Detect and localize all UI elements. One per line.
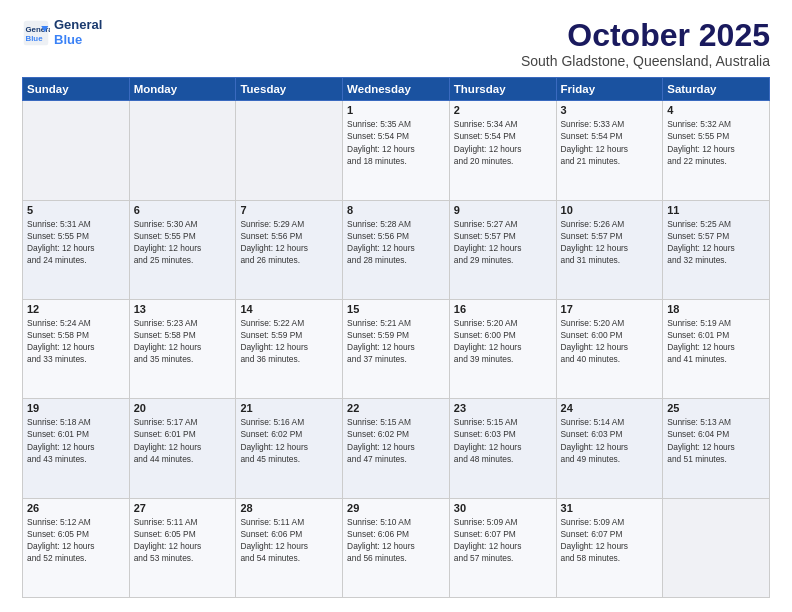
day-info: Sunrise: 5:33 AM Sunset: 5:54 PM Dayligh… xyxy=(561,118,659,167)
day-number: 15 xyxy=(347,303,445,315)
calendar-cell: 29Sunrise: 5:10 AM Sunset: 6:06 PM Dayli… xyxy=(343,498,450,597)
day-info: Sunrise: 5:10 AM Sunset: 6:06 PM Dayligh… xyxy=(347,516,445,565)
day-info: Sunrise: 5:25 AM Sunset: 5:57 PM Dayligh… xyxy=(667,218,765,267)
day-number: 1 xyxy=(347,104,445,116)
day-number: 20 xyxy=(134,402,232,414)
calendar-cell: 23Sunrise: 5:15 AM Sunset: 6:03 PM Dayli… xyxy=(449,399,556,498)
calendar-header-row: Sunday Monday Tuesday Wednesday Thursday… xyxy=(23,78,770,101)
calendar-cell xyxy=(129,101,236,200)
logo-icon: General Blue xyxy=(22,19,50,47)
calendar-cell: 26Sunrise: 5:12 AM Sunset: 6:05 PM Dayli… xyxy=(23,498,130,597)
location-subtitle: South Gladstone, Queensland, Australia xyxy=(521,53,770,69)
day-info: Sunrise: 5:28 AM Sunset: 5:56 PM Dayligh… xyxy=(347,218,445,267)
day-info: Sunrise: 5:16 AM Sunset: 6:02 PM Dayligh… xyxy=(240,416,338,465)
day-number: 16 xyxy=(454,303,552,315)
logo-blue: Blue xyxy=(54,33,102,48)
calendar-cell: 28Sunrise: 5:11 AM Sunset: 6:06 PM Dayli… xyxy=(236,498,343,597)
calendar-cell: 18Sunrise: 5:19 AM Sunset: 6:01 PM Dayli… xyxy=(663,299,770,398)
calendar-cell: 24Sunrise: 5:14 AM Sunset: 6:03 PM Dayli… xyxy=(556,399,663,498)
day-number: 6 xyxy=(134,204,232,216)
day-number: 4 xyxy=(667,104,765,116)
calendar-cell: 25Sunrise: 5:13 AM Sunset: 6:04 PM Dayli… xyxy=(663,399,770,498)
day-info: Sunrise: 5:26 AM Sunset: 5:57 PM Dayligh… xyxy=(561,218,659,267)
day-number: 25 xyxy=(667,402,765,414)
day-number: 10 xyxy=(561,204,659,216)
calendar-week-2: 5Sunrise: 5:31 AM Sunset: 5:55 PM Daylig… xyxy=(23,200,770,299)
calendar-cell: 5Sunrise: 5:31 AM Sunset: 5:55 PM Daylig… xyxy=(23,200,130,299)
day-number: 22 xyxy=(347,402,445,414)
calendar-cell: 4Sunrise: 5:32 AM Sunset: 5:55 PM Daylig… xyxy=(663,101,770,200)
calendar-week-5: 26Sunrise: 5:12 AM Sunset: 6:05 PM Dayli… xyxy=(23,498,770,597)
svg-text:Blue: Blue xyxy=(26,34,44,43)
col-saturday: Saturday xyxy=(663,78,770,101)
calendar-cell: 14Sunrise: 5:22 AM Sunset: 5:59 PM Dayli… xyxy=(236,299,343,398)
header: General Blue General Blue October 2025 S… xyxy=(22,18,770,69)
day-number: 27 xyxy=(134,502,232,514)
col-tuesday: Tuesday xyxy=(236,78,343,101)
day-info: Sunrise: 5:34 AM Sunset: 5:54 PM Dayligh… xyxy=(454,118,552,167)
day-number: 24 xyxy=(561,402,659,414)
calendar-cell xyxy=(663,498,770,597)
logo: General Blue General Blue xyxy=(22,18,102,48)
calendar-cell: 7Sunrise: 5:29 AM Sunset: 5:56 PM Daylig… xyxy=(236,200,343,299)
calendar-cell: 20Sunrise: 5:17 AM Sunset: 6:01 PM Dayli… xyxy=(129,399,236,498)
day-number: 21 xyxy=(240,402,338,414)
day-info: Sunrise: 5:13 AM Sunset: 6:04 PM Dayligh… xyxy=(667,416,765,465)
day-number: 5 xyxy=(27,204,125,216)
calendar-cell: 31Sunrise: 5:09 AM Sunset: 6:07 PM Dayli… xyxy=(556,498,663,597)
calendar-table: Sunday Monday Tuesday Wednesday Thursday… xyxy=(22,77,770,598)
day-info: Sunrise: 5:12 AM Sunset: 6:05 PM Dayligh… xyxy=(27,516,125,565)
day-info: Sunrise: 5:29 AM Sunset: 5:56 PM Dayligh… xyxy=(240,218,338,267)
day-info: Sunrise: 5:22 AM Sunset: 5:59 PM Dayligh… xyxy=(240,317,338,366)
calendar-cell xyxy=(236,101,343,200)
day-number: 8 xyxy=(347,204,445,216)
calendar-cell: 15Sunrise: 5:21 AM Sunset: 5:59 PM Dayli… xyxy=(343,299,450,398)
day-info: Sunrise: 5:31 AM Sunset: 5:55 PM Dayligh… xyxy=(27,218,125,267)
day-info: Sunrise: 5:23 AM Sunset: 5:58 PM Dayligh… xyxy=(134,317,232,366)
day-number: 30 xyxy=(454,502,552,514)
day-number: 7 xyxy=(240,204,338,216)
day-number: 14 xyxy=(240,303,338,315)
calendar-cell: 3Sunrise: 5:33 AM Sunset: 5:54 PM Daylig… xyxy=(556,101,663,200)
day-number: 13 xyxy=(134,303,232,315)
col-friday: Friday xyxy=(556,78,663,101)
calendar-cell xyxy=(23,101,130,200)
col-monday: Monday xyxy=(129,78,236,101)
day-info: Sunrise: 5:21 AM Sunset: 5:59 PM Dayligh… xyxy=(347,317,445,366)
day-info: Sunrise: 5:19 AM Sunset: 6:01 PM Dayligh… xyxy=(667,317,765,366)
day-number: 26 xyxy=(27,502,125,514)
day-info: Sunrise: 5:20 AM Sunset: 6:00 PM Dayligh… xyxy=(561,317,659,366)
calendar-cell: 6Sunrise: 5:30 AM Sunset: 5:55 PM Daylig… xyxy=(129,200,236,299)
calendar-cell: 11Sunrise: 5:25 AM Sunset: 5:57 PM Dayli… xyxy=(663,200,770,299)
day-number: 2 xyxy=(454,104,552,116)
calendar-cell: 19Sunrise: 5:18 AM Sunset: 6:01 PM Dayli… xyxy=(23,399,130,498)
page: General Blue General Blue October 2025 S… xyxy=(0,0,792,612)
day-info: Sunrise: 5:30 AM Sunset: 5:55 PM Dayligh… xyxy=(134,218,232,267)
calendar-cell: 22Sunrise: 5:15 AM Sunset: 6:02 PM Dayli… xyxy=(343,399,450,498)
calendar-cell: 16Sunrise: 5:20 AM Sunset: 6:00 PM Dayli… xyxy=(449,299,556,398)
calendar-cell: 2Sunrise: 5:34 AM Sunset: 5:54 PM Daylig… xyxy=(449,101,556,200)
day-info: Sunrise: 5:18 AM Sunset: 6:01 PM Dayligh… xyxy=(27,416,125,465)
col-sunday: Sunday xyxy=(23,78,130,101)
day-number: 17 xyxy=(561,303,659,315)
day-info: Sunrise: 5:15 AM Sunset: 6:02 PM Dayligh… xyxy=(347,416,445,465)
day-number: 18 xyxy=(667,303,765,315)
col-wednesday: Wednesday xyxy=(343,78,450,101)
calendar-week-4: 19Sunrise: 5:18 AM Sunset: 6:01 PM Dayli… xyxy=(23,399,770,498)
day-info: Sunrise: 5:20 AM Sunset: 6:00 PM Dayligh… xyxy=(454,317,552,366)
month-title: October 2025 xyxy=(521,18,770,53)
day-info: Sunrise: 5:35 AM Sunset: 5:54 PM Dayligh… xyxy=(347,118,445,167)
calendar-cell: 8Sunrise: 5:28 AM Sunset: 5:56 PM Daylig… xyxy=(343,200,450,299)
calendar-cell: 10Sunrise: 5:26 AM Sunset: 5:57 PM Dayli… xyxy=(556,200,663,299)
day-number: 29 xyxy=(347,502,445,514)
calendar-cell: 13Sunrise: 5:23 AM Sunset: 5:58 PM Dayli… xyxy=(129,299,236,398)
col-thursday: Thursday xyxy=(449,78,556,101)
day-number: 9 xyxy=(454,204,552,216)
day-number: 19 xyxy=(27,402,125,414)
calendar-week-3: 12Sunrise: 5:24 AM Sunset: 5:58 PM Dayli… xyxy=(23,299,770,398)
calendar-cell: 17Sunrise: 5:20 AM Sunset: 6:00 PM Dayli… xyxy=(556,299,663,398)
day-info: Sunrise: 5:27 AM Sunset: 5:57 PM Dayligh… xyxy=(454,218,552,267)
calendar-cell: 21Sunrise: 5:16 AM Sunset: 6:02 PM Dayli… xyxy=(236,399,343,498)
day-info: Sunrise: 5:09 AM Sunset: 6:07 PM Dayligh… xyxy=(454,516,552,565)
day-info: Sunrise: 5:15 AM Sunset: 6:03 PM Dayligh… xyxy=(454,416,552,465)
